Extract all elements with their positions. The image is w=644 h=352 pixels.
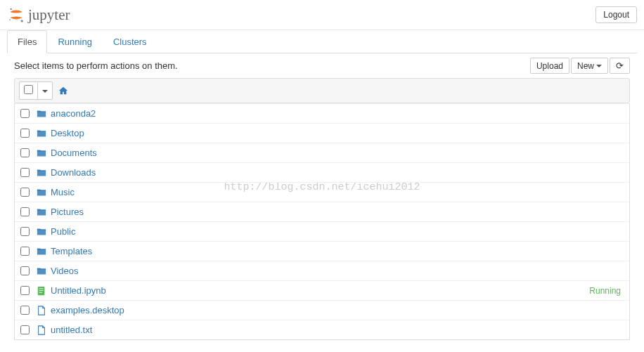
- folder-icon: [37, 109, 46, 119]
- list-item: Untitled.ipynbRunning: [15, 280, 629, 300]
- svg-rect-4: [39, 288, 44, 289]
- row-checkbox[interactable]: [20, 188, 30, 197]
- folder-icon: [37, 247, 46, 256]
- file-icon: [37, 306, 46, 315]
- item-name-link[interactable]: Pictures: [51, 207, 84, 217]
- breadcrumb-bar: [14, 78, 630, 103]
- tabs: Files Running Clusters: [7, 30, 637, 53]
- row-checkbox[interactable]: [20, 148, 30, 157]
- logout-button[interactable]: Logout: [595, 6, 637, 23]
- item-name-link[interactable]: Music: [51, 187, 75, 197]
- folder-icon: [37, 227, 46, 237]
- list-item: Pictures: [15, 202, 629, 221]
- tab-clusters[interactable]: Clusters: [103, 30, 157, 53]
- refresh-button[interactable]: ⟳: [610, 58, 630, 74]
- row-checkbox[interactable]: [20, 286, 30, 295]
- folder-icon: [37, 188, 46, 197]
- folder-icon: [37, 129, 46, 138]
- upload-button[interactable]: Upload: [530, 58, 569, 74]
- tab-running[interactable]: Running: [47, 30, 102, 53]
- folder-icon: [37, 266, 46, 276]
- item-name-link[interactable]: Public: [51, 226, 75, 237]
- item-name-link[interactable]: anaconda2: [51, 108, 96, 119]
- chevron-down-icon: [596, 65, 602, 67]
- list-item: Templates: [15, 241, 629, 261]
- chevron-down-icon: [42, 90, 48, 93]
- list-item: examples.desktop: [15, 300, 629, 320]
- svg-point-2: [9, 19, 11, 20]
- item-name-link[interactable]: Downloads: [51, 167, 96, 178]
- list-item: Documents: [15, 143, 629, 162]
- list-item: Music: [15, 182, 629, 202]
- row-checkbox[interactable]: [20, 266, 30, 275]
- item-name-link[interactable]: Videos: [51, 266, 79, 276]
- row-checkbox[interactable]: [20, 227, 30, 236]
- svg-point-1: [21, 20, 23, 22]
- svg-rect-5: [39, 290, 44, 291]
- row-checkbox[interactable]: [20, 168, 30, 177]
- new-dropdown[interactable]: New: [571, 58, 608, 74]
- select-all-checkbox[interactable]: [24, 85, 33, 94]
- action-row: Select items to perform actions on them.…: [7, 53, 637, 78]
- list-item: Downloads: [15, 162, 629, 182]
- row-checkbox[interactable]: [20, 325, 30, 334]
- list-item: Public: [15, 221, 629, 241]
- row-checkbox[interactable]: [20, 207, 30, 216]
- jupyter-icon: [7, 6, 25, 24]
- row-checkbox[interactable]: [20, 247, 30, 256]
- item-name-link[interactable]: Templates: [51, 246, 92, 256]
- list-item: anaconda2: [15, 103, 629, 123]
- folder-icon: [37, 168, 46, 178]
- hint-text: Select items to perform actions on them.: [14, 60, 178, 71]
- folder-icon: [37, 148, 46, 158]
- list-item: untitled.txt: [15, 320, 629, 339]
- new-label: New: [577, 61, 594, 71]
- row-checkbox[interactable]: [20, 306, 30, 315]
- tab-files[interactable]: Files: [7, 30, 47, 53]
- item-name-link[interactable]: untitled.txt: [51, 325, 92, 335]
- home-icon[interactable]: [58, 86, 68, 96]
- list-item: Videos: [15, 261, 629, 280]
- brand-text: jupyter: [28, 6, 70, 24]
- list-item: Desktop: [15, 123, 629, 143]
- file-icon: [37, 325, 46, 335]
- select-all-dropdown[interactable]: [37, 83, 52, 99]
- notebook-icon: [37, 286, 46, 296]
- item-name-link[interactable]: Desktop: [51, 128, 84, 138]
- row-checkbox[interactable]: [20, 109, 30, 118]
- folder-icon: [37, 207, 46, 217]
- svg-rect-6: [39, 292, 42, 292]
- file-list: anaconda2DesktopDocumentsDownloadsMusicP…: [14, 103, 630, 340]
- status-badge: Running: [589, 286, 621, 296]
- svg-point-0: [10, 8, 11, 10]
- item-name-link[interactable]: Untitled.ipynb: [51, 285, 106, 296]
- select-all-group: [19, 82, 53, 100]
- item-name-link[interactable]: examples.desktop: [51, 305, 124, 315]
- jupyter-logo[interactable]: jupyter: [7, 6, 70, 24]
- row-checkbox[interactable]: [20, 129, 30, 138]
- item-name-link[interactable]: Documents: [51, 148, 97, 158]
- header-bar: jupyter Logout: [0, 0, 644, 30]
- refresh-icon: ⟳: [616, 60, 624, 71]
